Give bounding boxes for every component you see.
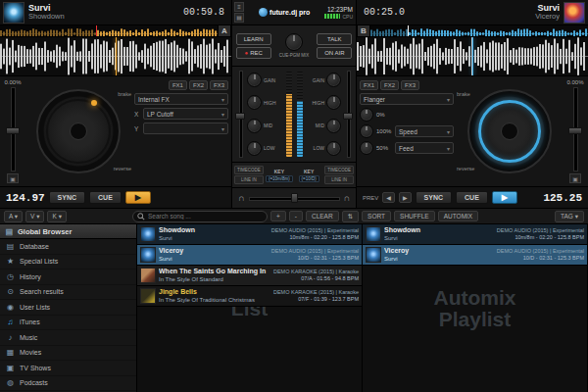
sort-button[interactable]: SORT — [362, 211, 391, 221]
itunes-icon — [6, 318, 15, 326]
menu-icon[interactable]: ≡ — [234, 2, 244, 12]
sidebar-item-itunes[interactable]: iTunes — [0, 316, 136, 331]
track-row-saints[interactable]: When The Saints Go Marching In In The St… — [137, 266, 362, 286]
channel-a-high-knob[interactable] — [247, 95, 262, 110]
deck-a-time: 00:59.8 — [179, 7, 228, 18]
deck-a-pitch-slider[interactable] — [6, 87, 20, 172]
sidebar-item-special-lists[interactable]: Special Lists — [0, 255, 136, 270]
search-box[interactable] — [132, 211, 268, 222]
search-input[interactable] — [148, 213, 263, 220]
chevron-down-icon: ▾ — [447, 96, 450, 103]
playlist-row-viceroy[interactable]: Viceroy Survi DEMO AUDIO (2015) | Experi… — [363, 245, 587, 266]
sidebar-item-podcasts[interactable]: Podcasts — [0, 376, 136, 392]
deck-b-next-button[interactable]: ▶ — [399, 192, 412, 203]
playlist-row-showdown[interactable]: Showdown Survi DEMO AUDIO (2015) | Exper… — [363, 224, 587, 245]
deck-b-label: B — [357, 25, 370, 36]
channel-b-timecode-button[interactable]: TIMECODE — [324, 166, 354, 174]
deck-a-cue-button[interactable]: CUE — [89, 191, 122, 204]
sidebar-item-database[interactable]: Database — [0, 239, 136, 255]
headphone-cue-b-icon[interactable]: ∩ — [344, 194, 351, 203]
channel-a-timecode-button[interactable]: TIMECODE — [234, 166, 264, 174]
shuffle-button[interactable]: SHUFFLE — [394, 211, 435, 221]
crossfader-handle[interactable] — [291, 193, 298, 203]
deck-b-prev-button[interactable]: ◀ — [382, 192, 395, 203]
global-browser-header[interactable]: Global Browser — [0, 224, 136, 239]
deck-b-play-button[interactable]: ▶ — [492, 191, 517, 204]
deck-b-pitch-slider[interactable] — [568, 87, 582, 172]
channel-b-line-in-button[interactable]: LINE IN — [324, 175, 354, 184]
deck-b-fx1-button[interactable]: FX1 — [360, 80, 378, 90]
crossfader[interactable] — [249, 193, 340, 203]
clear-button[interactable]: CLEAR — [306, 211, 339, 221]
channel-b-gain-knob[interactable] — [326, 73, 341, 87]
deck-a-play-button[interactable]: ▶ — [125, 191, 151, 204]
deck-a-reverse-toggle[interactable]: reverse — [114, 166, 131, 172]
channel-a-volume-fader[interactable] — [235, 69, 245, 160]
channel-a-low-knob[interactable] — [247, 141, 262, 156]
deck-b-brake-toggle[interactable]: brake — [457, 91, 470, 97]
filter-video-toggle[interactable]: V ▾ — [25, 211, 44, 222]
sidebar-item-search-results[interactable]: Search results — [0, 285, 136, 301]
deck-b-jog-wheel[interactable] — [467, 89, 552, 173]
deck-b-keylock-icon[interactable]: ▣ — [569, 173, 581, 183]
sort-direction-button[interactable]: ⇅ — [342, 211, 359, 222]
sidebar-item-music[interactable]: Music — [0, 330, 136, 346]
search-icon — [137, 213, 145, 220]
deck-a-fx2-button[interactable]: FX2 — [189, 80, 208, 90]
deck-a-sync-button[interactable]: SYNC — [49, 191, 85, 204]
channel-b-low-knob[interactable] — [326, 141, 341, 156]
sidebar-item-movies[interactable]: Movies — [0, 346, 136, 362]
sidebar-item-user-lists[interactable]: User Lists — [0, 300, 136, 316]
track-row-showdown[interactable]: Showdown Survi DEMO AUDIO (2015) | Exper… — [137, 224, 362, 245]
sidebar-item-history[interactable]: History — [0, 270, 136, 285]
channel-a-line-in-button[interactable]: LINE IN — [234, 175, 264, 184]
layout-icon[interactable]: ▤ — [234, 13, 244, 23]
deck-b-fx-dry-wet-knob[interactable] — [360, 108, 373, 122]
deck-b-fx-feed-knob[interactable] — [360, 141, 373, 155]
deck-b-header: 00:25.0 Survi Viceroy — [357, 0, 588, 25]
deck-b-fx-select[interactable]: Flanger ▾ — [360, 93, 454, 105]
deck-b-fx-speed-select[interactable]: Speed ▾ — [395, 125, 454, 137]
learn-button[interactable]: LEARN — [236, 33, 271, 45]
deck-b-reverse-toggle[interactable]: reverse — [457, 166, 474, 172]
channel-b-mid-knob[interactable] — [326, 119, 341, 133]
deck-b-fx2-button[interactable]: FX2 — [380, 80, 399, 90]
deck-b-waveform[interactable] — [357, 37, 588, 76]
deck-a-waveform[interactable] — [0, 37, 231, 76]
talk-button[interactable]: TALK — [317, 33, 352, 45]
remove-button[interactable]: - — [289, 211, 303, 221]
tag-button[interactable]: TAG ▾ — [555, 211, 584, 222]
channel-a-gain-knob[interactable] — [247, 73, 262, 87]
filter-karaoke-toggle[interactable]: K ▾ — [47, 211, 66, 222]
deck-a-keylock-icon[interactable]: ▣ — [7, 173, 19, 183]
deck-a-jog-wheel[interactable] — [36, 89, 121, 173]
deck-a-fx1-button[interactable]: FX1 — [169, 80, 187, 90]
deck-b-fx-feed-select[interactable]: Feed ▾ — [395, 142, 454, 154]
deck-a-fx-select[interactable]: Internal FX ▾ — [134, 93, 228, 105]
deck-b-fx-speed-knob[interactable] — [360, 124, 373, 138]
deck-b-overview-waveform[interactable] — [370, 25, 588, 36]
browser-toolbar: A ▾ V ▾ K ▾ + - CLEAR ⇅ SORT SHUFFLE AUT… — [0, 208, 588, 224]
headphone-cue-a-icon[interactable]: ∩ — [238, 194, 245, 203]
deck-b-fx3-button[interactable]: FX3 — [401, 80, 419, 90]
deck-a-overview-waveform[interactable] — [0, 25, 218, 36]
channel-a-mid-knob[interactable] — [247, 119, 262, 133]
channel-b-volume-fader[interactable] — [343, 69, 353, 160]
track-row-viceroy[interactable]: Viceroy Survi DEMO AUDIO (2015) | Experi… — [137, 245, 362, 266]
deck-a-x-assign-select[interactable]: LP Cutoff ▾ — [143, 108, 228, 120]
automix-button[interactable]: AUTOMIX — [438, 211, 479, 221]
filter-audio-toggle[interactable]: A ▾ — [4, 211, 23, 222]
deck-a-y-assign-select[interactable]: ▾ — [143, 122, 228, 134]
deck-b-sync-button[interactable]: SYNC — [416, 191, 452, 204]
deck-a-fx3-button[interactable]: FX3 — [210, 80, 228, 90]
deck-b-cue-button[interactable]: CUE — [456, 191, 488, 204]
add-button[interactable]: + — [270, 211, 286, 221]
channel-b-high-knob[interactable] — [326, 95, 341, 110]
automix-playlist-panel: Automix Playlist Showdown Survi DEMO AUD… — [363, 224, 588, 392]
sidebar-item-tv-shows[interactable]: TV Shows — [0, 361, 136, 376]
deck-a-brake-toggle[interactable]: brake — [118, 91, 131, 97]
on-air-button[interactable]: ON AIR — [317, 47, 352, 59]
track-row-jingle-bells[interactable]: Jingle Bells In The Style Of Traditional… — [137, 286, 362, 307]
cue-pgm-mix-knob[interactable] — [285, 33, 303, 51]
record-button[interactable]: ●REC — [236, 47, 271, 59]
